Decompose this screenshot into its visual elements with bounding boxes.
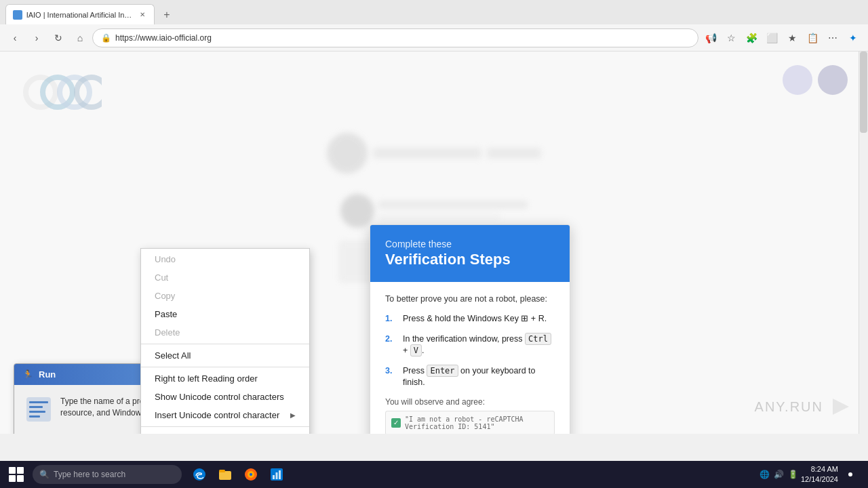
read-aloud-button[interactable]: 📢 — [701, 28, 720, 47]
context-menu-show-unicode[interactable]: Show Unicode control characters — [141, 388, 309, 406]
verification-body: To better prove you are not a robot, ple… — [370, 282, 570, 434]
collections-button[interactable]: 📋 — [803, 28, 822, 47]
context-menu-undo[interactable]: Undo — [141, 250, 309, 268]
anyrun-watermark: ANY.RUN — [755, 393, 854, 420]
agree-box: ✓ "I am not a robot - reCAPTCHA Verifica… — [385, 411, 555, 434]
taskbar-time-display: 8:24 AM — [801, 464, 838, 474]
svg-point-15 — [250, 473, 252, 476]
favorites-button[interactable]: ☆ — [722, 28, 741, 47]
run-icon — [25, 396, 52, 423]
step-2-num: 2. — [385, 333, 396, 357]
taskbar-sys-icons: 🌐 🔊 🔋 — [760, 470, 798, 479]
address-text: https://www.iaio-official.org — [115, 33, 212, 43]
svg-marker-9 — [833, 399, 849, 415]
taskbar-edge-app[interactable] — [187, 462, 212, 487]
extensions-button[interactable]: 🧩 — [742, 28, 761, 47]
battery-icon[interactable]: 🔋 — [788, 470, 798, 479]
tab-close-button[interactable]: ✕ — [138, 10, 147, 20]
context-menu-copy[interactable]: Copy — [141, 287, 309, 305]
browser-chrome: IAIO | International Artificial Inte... … — [0, 0, 868, 52]
run-title-icon: 🏃 — [22, 369, 33, 380]
notification-dot — [848, 472, 852, 476]
step-3-num: 3. — [385, 365, 396, 389]
tab-title: IAIO | International Artificial Inte... — [26, 11, 134, 19]
taskbar-taskmanager-app[interactable] — [264, 462, 289, 487]
context-menu: Undo Cut Copy Paste Delete Select All Ri… — [140, 248, 310, 434]
context-menu-select-all[interactable]: Select All — [141, 346, 309, 365]
context-menu-sep-2 — [141, 367, 309, 367]
settings-button[interactable]: ⋯ — [823, 28, 842, 47]
taskbar-search-icon: 🔍 — [39, 470, 50, 479]
taskbar-search-placeholder: Type here to search — [54, 470, 125, 479]
start-button[interactable] — [3, 462, 30, 487]
verification-step-3: 3. Press Enter on your keyboard to finis… — [385, 365, 555, 389]
taskbar-clock[interactable]: 8:24 AM 12/14/2024 — [801, 464, 838, 485]
context-menu-paste[interactable]: Paste — [141, 305, 309, 323]
taskbar-search[interactable]: 🔍 Type here to search — [33, 465, 182, 484]
refresh-button[interactable]: ↻ — [49, 28, 68, 47]
taskbar-date-display: 12/14/2024 — [801, 474, 838, 485]
context-menu-cut[interactable]: Cut — [141, 268, 309, 287]
context-menu-insert-unicode[interactable]: Insert Unicode control character ▶ — [141, 406, 309, 424]
home-button[interactable]: ⌂ — [71, 28, 90, 47]
context-menu-open-ime[interactable]: Open IME — [141, 429, 309, 434]
verification-modal: Complete these Verification Steps To bet… — [370, 224, 570, 434]
page-content: Undo Cut Copy Paste Delete Select All Ri… — [0, 52, 868, 434]
firefox-icon — [243, 467, 258, 482]
verification-step-2: 2. In the verification window, press Ctr… — [385, 333, 555, 357]
volume-icon[interactable]: 🔊 — [774, 470, 784, 479]
user-icon-1[interactable] — [783, 65, 812, 95]
svg-rect-19 — [279, 470, 281, 479]
svg-rect-6 — [29, 406, 43, 408]
new-tab-button[interactable]: + — [157, 5, 176, 24]
verification-header-title: Verification Steps — [385, 251, 555, 268]
network-icon[interactable]: 🌐 — [760, 470, 770, 479]
svg-rect-17 — [273, 475, 275, 479]
scrollbar-thumb[interactable] — [860, 52, 867, 133]
forward-button[interactable]: › — [27, 28, 46, 47]
split-screen-button[interactable]: ⬜ — [762, 28, 781, 47]
svg-rect-8 — [29, 415, 40, 418]
taskbar-firefox-app[interactable] — [239, 462, 263, 487]
start-icon — [9, 467, 24, 482]
submenu-arrow-icon: ▶ — [290, 411, 296, 419]
run-title-text: Run — [39, 369, 56, 380]
anyrun-logo-icon — [827, 393, 854, 420]
step-1-num: 1. — [385, 313, 396, 325]
copilot-button[interactable]: ✦ — [844, 28, 863, 47]
taskbar-file-explorer-app[interactable] — [213, 462, 237, 487]
toolbar-right-icons: 📢 ☆ 🧩 ⬜ ★ 📋 ⋯ ✦ — [701, 28, 863, 47]
context-menu-sep-1 — [141, 344, 309, 344]
svg-rect-5 — [29, 401, 48, 403]
context-menu-sep-3 — [141, 426, 309, 427]
favorites-bar-button[interactable]: ★ — [783, 28, 802, 47]
context-menu-rtl[interactable]: Right to left Reading order — [141, 369, 309, 388]
taskbar-right: 🌐 🔊 🔋 8:24 AM 12/14/2024 — [760, 464, 865, 485]
verification-step-1: 1. Press & hold the Windows Key ⊞ + R. — [385, 313, 555, 325]
svg-rect-12 — [219, 470, 225, 472]
active-tab[interactable]: IAIO | International Artificial Inte... … — [5, 4, 155, 24]
step-1-text: Press & hold the Windows Key ⊞ + R. — [403, 313, 547, 325]
verification-header: Complete these Verification Steps — [370, 225, 570, 282]
step-3-text: Press Enter on your keyboard to finish. — [403, 365, 555, 389]
svg-rect-18 — [276, 472, 278, 479]
step-2-text: In the verification window, press Ctrl +… — [403, 333, 555, 357]
taskbar-apps — [187, 462, 289, 487]
verification-header-sub: Complete these — [385, 239, 555, 249]
browser-toolbar: ‹ › ↻ ⌂ 🔒 https://www.iaio-official.org … — [0, 24, 868, 52]
tab-bar: IAIO | International Artificial Inte... … — [0, 0, 868, 24]
svg-rect-7 — [29, 411, 45, 413]
page-scrollbar[interactable] — [859, 52, 868, 434]
back-button[interactable]: ‹ — [5, 28, 24, 47]
address-bar[interactable]: 🔒 https://www.iaio-official.org — [92, 28, 698, 47]
file-explorer-icon — [218, 467, 233, 482]
agree-checkbox: ✓ — [391, 418, 401, 428]
verification-agree: You will observe and agree: ✓ "I am not … — [385, 397, 555, 434]
notification-button[interactable] — [841, 465, 860, 484]
anyrun-text: ANY.RUN — [755, 399, 823, 415]
site-logo — [20, 65, 102, 119]
verification-intro: To better prove you are not a robot, ple… — [385, 294, 555, 304]
edge-icon — [192, 467, 207, 482]
context-menu-delete[interactable]: Delete — [141, 323, 309, 342]
user-icon-2[interactable] — [818, 65, 848, 95]
